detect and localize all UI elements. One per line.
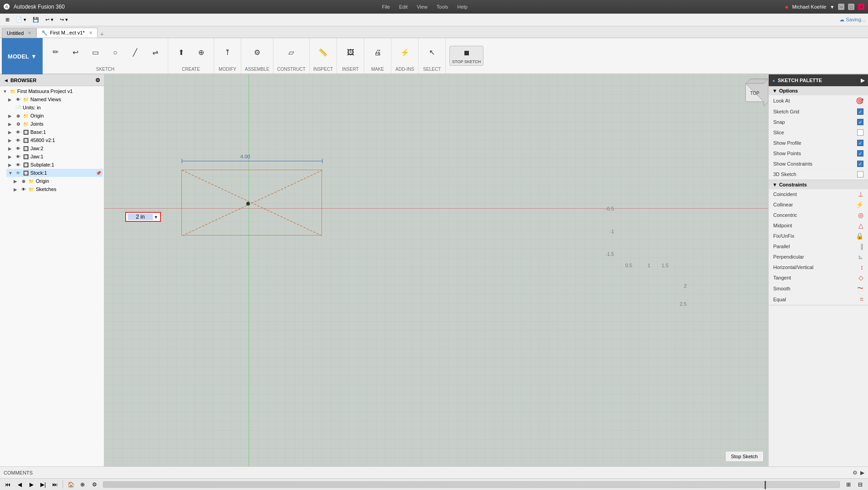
ribbon-btn-press-pull[interactable]: ⤒: [219, 46, 237, 59]
minimize-button[interactable]: ─: [838, 4, 844, 10]
add-tab-button[interactable]: +: [98, 30, 107, 38]
menu-file[interactable]: File: [382, 4, 390, 10]
file-menu-button[interactable]: 📄 ▾: [13, 15, 29, 25]
dimension-input[interactable]: [128, 214, 153, 220]
collinear-icon[interactable]: ⚡: [856, 201, 863, 208]
timeline-add-button[interactable]: ⊕: [78, 480, 88, 490]
timeline-scrubber[interactable]: [103, 481, 840, 488]
snap-checkbox[interactable]: ✓: [857, 119, 863, 125]
equal-icon[interactable]: =: [860, 296, 863, 303]
browser-settings-icon[interactable]: ⚙: [95, 77, 100, 83]
menu-edit[interactable]: Edit: [399, 4, 408, 10]
show-points-checkbox[interactable]: ✓: [857, 150, 863, 157]
expand-icon-sketches: ▶: [14, 187, 19, 192]
view-cube[interactable]: TOP: [741, 74, 768, 111]
comments-expand-icon[interactable]: ▶: [860, 470, 864, 476]
show-constraints-checkbox[interactable]: ✓: [857, 161, 863, 167]
canvas-area[interactable]: 4.00 ▼ -1.5 -1 -0.5 0.5 1 1.5 2 2.5 TOP: [104, 74, 768, 466]
tree-item-subplate[interactable]: ▶ 👁 🔲 Subplate:1: [6, 161, 103, 169]
tangent-icon[interactable]: ◇: [858, 274, 863, 281]
grid-view-button[interactable]: ⊟: [855, 480, 865, 490]
tab-untitled[interactable]: Untitled ✕: [2, 28, 36, 38]
tab-project-close[interactable]: ✕: [89, 30, 93, 35]
timeline-back-button[interactable]: ⏮: [3, 480, 13, 490]
timeline-step-back-button[interactable]: ◀: [15, 480, 24, 490]
timeline-step-forward-button[interactable]: ▶|: [38, 480, 48, 490]
tree-item-45800[interactable]: ▶ 👁 🔲 45800 v2:1: [6, 136, 103, 144]
view-mode-button[interactable]: ⊞: [844, 480, 853, 490]
app-menu-button[interactable]: ⊞: [3, 15, 12, 25]
tree-item-stock-origin[interactable]: ▶ ⊕ 📁 Origin: [12, 177, 103, 185]
tree-item-base[interactable]: ▶ 👁 🔲 Base:1: [6, 128, 103, 136]
undo-button[interactable]: ↩ ▾: [43, 15, 56, 25]
sp-options-header[interactable]: ▼ Options: [769, 86, 868, 95]
sp-collapse-icon[interactable]: ▶: [861, 78, 864, 83]
user-dropdown-icon[interactable]: ▼: [830, 5, 834, 10]
ribbon-btn-joint[interactable]: ⚙: [248, 46, 266, 59]
sp-sketch-grid-row: Sketch Grid ✓: [769, 107, 868, 117]
menu-help[interactable]: Help: [457, 4, 468, 10]
ribbon-group-inspect: 📏 INSPECT: [310, 38, 337, 74]
show-profile-checkbox[interactable]: ✓: [857, 140, 863, 146]
parallel-icon[interactable]: ∥: [860, 243, 863, 250]
ribbon-btn-offset-plane[interactable]: ▱: [282, 46, 300, 59]
menu-tools[interactable]: Tools: [437, 4, 449, 10]
tree-item-root[interactable]: ▼ 📁 First Matsuura Project v1: [1, 87, 103, 95]
ribbon-btn-mirror[interactable]: ⇌: [146, 46, 164, 59]
dimension-unit-dropdown[interactable]: ▼: [154, 215, 158, 220]
tree-item-jaw1[interactable]: ▶ 👁 🔲 Jaw:1: [6, 152, 103, 161]
timeline-play-button[interactable]: ▶: [26, 480, 36, 490]
perpendicular-icon[interactable]: ⊾: [858, 253, 863, 260]
ribbon-btn-new-comp[interactable]: ⊕: [192, 46, 210, 59]
timeline-settings-button[interactable]: ⚙: [89, 480, 99, 490]
stop-sketch-button[interactable]: Stop Sketch: [725, 451, 764, 462]
slice-checkbox[interactable]: [857, 129, 863, 136]
ribbon-btn-circle[interactable]: ○: [106, 46, 124, 59]
tree-item-origin[interactable]: ▶ ⊕ 📁 Origin: [6, 112, 103, 120]
comments-settings-icon[interactable]: ⚙: [853, 470, 858, 476]
jaw2-label: Jaw:2: [30, 146, 101, 151]
ribbon-btn-create-sketch[interactable]: ✏: [46, 45, 64, 60]
tree-item-joints[interactable]: ▶ ⚙ 📁 Joints: [6, 120, 103, 128]
tree-item-stock[interactable]: ▼ 👁 🔲 Stock:1 📌: [6, 169, 103, 177]
tab-project[interactable]: 🔧 First M...ect v1* ✕: [36, 28, 97, 38]
units-label: Units: in: [23, 105, 101, 110]
ribbon-btn-scripts[interactable]: ⚡: [396, 46, 414, 59]
ribbon-btn-select[interactable]: ↖: [423, 46, 441, 59]
comp-icon-2: 🔲: [23, 137, 29, 143]
horiz-vert-icon[interactable]: ↕: [860, 264, 863, 271]
look-at-icon[interactable]: 🎯: [856, 97, 863, 104]
sp-constraints-header[interactable]: ▼ Constraints: [769, 180, 868, 189]
timeline-home-button[interactable]: 🏠: [66, 480, 76, 490]
model-dropdown[interactable]: MODEL ▼: [2, 38, 43, 74]
sketch-grid-checkbox[interactable]: ✓: [857, 108, 863, 115]
coincident-icon[interactable]: ⊥: [858, 191, 863, 198]
ribbon-btn-insert-image[interactable]: 🖼: [341, 46, 360, 59]
ribbon-btn-extrude[interactable]: ⬆: [172, 46, 190, 59]
midpoint-icon[interactable]: △: [858, 222, 863, 229]
tree-item-sketches[interactable]: ▶ 👁 📁 Sketches: [12, 185, 103, 193]
save-button[interactable]: 💾: [30, 15, 42, 25]
vis-icon-stock: 👁: [15, 170, 21, 176]
tab-untitled-close[interactable]: ✕: [28, 30, 31, 35]
timeline-end-button[interactable]: ⏭: [50, 480, 60, 490]
maximize-button[interactable]: □: [848, 4, 854, 10]
ribbon-btn-undo-sketch[interactable]: ↩: [66, 46, 84, 59]
fix-icon[interactable]: 🔒: [856, 232, 863, 240]
tree-item-jaw2[interactable]: ▶ 👁 🔲 Jaw:2: [6, 144, 103, 152]
menu-view[interactable]: View: [417, 4, 428, 10]
comp-icon-5: 🔲: [23, 162, 29, 168]
ribbon-btn-measure[interactable]: 📏: [314, 46, 332, 59]
ribbon-btn-stop-sketch[interactable]: ⏹ STOP SKETCH: [449, 46, 483, 66]
ribbon-btn-3d-print[interactable]: 🖨: [369, 46, 387, 59]
redo-button[interactable]: ↪ ▾: [57, 15, 71, 25]
smooth-icon[interactable]: 〜: [857, 284, 863, 293]
ribbon-btn-line[interactable]: ╱: [126, 46, 144, 59]
ribbon-btn-rectangle[interactable]: ▭: [86, 46, 104, 59]
tree-item-units[interactable]: 📄 Units: in: [6, 103, 103, 112]
close-button[interactable]: ✕: [858, 4, 864, 10]
3d-sketch-checkbox[interactable]: [857, 171, 863, 177]
tree-item-named-views[interactable]: ▶ 👁 📁 Named Views: [6, 95, 103, 103]
concentric-icon[interactable]: ◎: [858, 211, 863, 219]
collapse-browser-icon[interactable]: ◄: [4, 78, 9, 83]
